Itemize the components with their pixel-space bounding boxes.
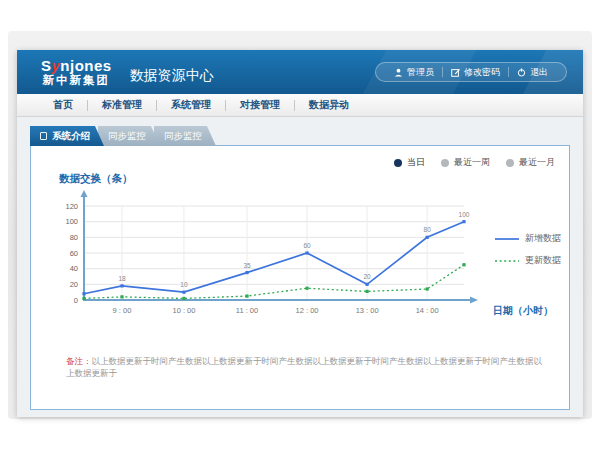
point-label: 60 xyxy=(303,242,311,249)
logout-label: 退出 xyxy=(530,66,548,79)
data-point xyxy=(305,287,308,290)
y-tick-label: 20 xyxy=(70,280,78,289)
app-window: Synjones 新中新集团 数据资源中心 管理员 修改密码 退出 首页 标准管… xyxy=(17,50,583,417)
data-point xyxy=(245,294,248,297)
brand-name: Synjones xyxy=(41,58,112,74)
y-axis-arrow xyxy=(81,190,88,197)
data-point xyxy=(305,251,308,254)
data-point xyxy=(426,287,429,290)
data-point xyxy=(366,290,369,293)
y-tick-label: 40 xyxy=(70,264,78,273)
change-password-label: 修改密码 xyxy=(464,66,500,79)
legend-label: 新增数据 xyxy=(525,232,561,245)
x-tick-label: 10 : 00 xyxy=(172,306,195,315)
admin-user-label: 管理员 xyxy=(407,66,434,79)
nav-item-interface-mgmt[interactable]: 对接管理 xyxy=(226,98,294,112)
data-point xyxy=(462,263,465,266)
point-label: 10 xyxy=(180,281,188,288)
main-nav: 首页 标准管理 系统管理 对接管理 数据异动 xyxy=(17,94,583,117)
tab-sync-monitor-1[interactable]: 同步监控 xyxy=(98,126,160,146)
data-point xyxy=(182,291,185,294)
legend-item: 更新数据 xyxy=(495,254,561,267)
point-label: 35 xyxy=(243,262,251,269)
data-point xyxy=(366,283,369,286)
x-tick-label: 11 : 00 xyxy=(236,306,258,315)
chart-legend: 新增数据更新数据 xyxy=(495,232,561,267)
company-logo: Synjones 新中新集团 xyxy=(41,58,112,86)
series-line-更新数据 xyxy=(84,265,464,299)
point-label: 18 xyxy=(118,275,126,282)
x-tick-label: 14 : 00 xyxy=(416,306,439,315)
document-icon xyxy=(40,132,47,140)
data-point xyxy=(82,297,85,300)
footnote-text: 以上数据更新于时间产生数据以上数据更新于时间产生数据以上数据更新于时间产生数据以… xyxy=(66,356,542,378)
tab-label: 同步监控 xyxy=(164,130,202,143)
legend-line-sample xyxy=(495,235,519,243)
data-point xyxy=(245,271,248,274)
logout-button[interactable]: 退出 xyxy=(509,66,556,79)
period-option-last-week[interactable]: 最近一周 xyxy=(441,156,490,169)
point-label: 20 xyxy=(363,273,371,280)
chart-panel: 当日 最近一周 最近一月 数据交换（条） 0204060801001209 : … xyxy=(30,145,570,410)
point-label: 100 xyxy=(459,211,470,218)
tab-sync-monitor-2[interactable]: 同步监控 xyxy=(154,126,216,146)
brand-subtitle: 新中新集团 xyxy=(41,74,112,86)
x-axis-arrow xyxy=(470,297,478,304)
tab-label: 同步监控 xyxy=(108,130,146,143)
x-tick-label: 9 : 00 xyxy=(113,306,132,315)
point-label: 80 xyxy=(424,226,432,233)
nav-item-home[interactable]: 首页 xyxy=(39,98,87,112)
radio-icon xyxy=(506,159,514,167)
app-header: Synjones 新中新集团 数据资源中心 管理员 修改密码 退出 xyxy=(17,50,583,94)
x-tick-label: 12 : 00 xyxy=(296,306,319,315)
nav-item-standard-mgmt[interactable]: 标准管理 xyxy=(88,98,156,112)
footnote-prefix: 备注： xyxy=(66,356,92,366)
tab-system-intro[interactable]: 系统介绍 xyxy=(30,126,104,146)
radio-icon xyxy=(441,159,449,167)
change-password-button[interactable]: 修改密码 xyxy=(443,66,508,79)
tab-label: 系统介绍 xyxy=(52,130,90,143)
series-line-新增数据 xyxy=(84,222,464,294)
y-tick-label: 60 xyxy=(70,249,78,258)
period-option-last-month[interactable]: 最近一月 xyxy=(506,156,555,169)
edit-icon xyxy=(451,68,460,77)
tab-bar: 系统介绍 同步监控 同步监控 xyxy=(30,126,210,146)
nav-item-system-mgmt[interactable]: 系统管理 xyxy=(157,98,225,112)
data-point xyxy=(120,284,123,287)
data-point xyxy=(120,295,123,298)
period-option-today[interactable]: 当日 xyxy=(394,156,425,169)
line-chart: 0204060801001209 : 0010 : 0011 : 0012 : … xyxy=(49,188,509,330)
content-area: 系统介绍 同步监控 同步监控 当日 最近一周 xyxy=(17,117,583,417)
footnote: 备注：以上数据更新于时间产生数据以上数据更新于时间产生数据以上数据更新于时间产生… xyxy=(66,356,549,380)
y-axis-title: 数据交换（条） xyxy=(59,172,133,186)
x-tick-label: 13 : 00 xyxy=(356,306,379,315)
user-icon xyxy=(394,68,403,77)
period-label: 最近一周 xyxy=(454,156,490,169)
power-icon xyxy=(517,68,526,77)
period-radio-group: 当日 最近一周 最近一月 xyxy=(394,156,555,169)
period-label: 最近一月 xyxy=(519,156,555,169)
admin-user-button[interactable]: 管理员 xyxy=(386,66,442,79)
data-point xyxy=(182,297,185,300)
legend-line-sample xyxy=(495,257,519,265)
page-title: 数据资源中心 xyxy=(130,67,214,85)
y-tick-label: 80 xyxy=(70,233,78,242)
data-point xyxy=(426,236,429,239)
y-tick-label: 120 xyxy=(65,202,78,211)
legend-item: 新增数据 xyxy=(495,232,561,245)
user-toolbar: 管理员 修改密码 退出 xyxy=(375,62,567,82)
data-point xyxy=(82,292,85,295)
period-label: 当日 xyxy=(407,156,425,169)
y-tick-label: 100 xyxy=(65,217,78,226)
nav-item-data-change[interactable]: 数据异动 xyxy=(295,98,363,112)
legend-label: 更新数据 xyxy=(525,254,561,267)
y-tick-label: 0 xyxy=(74,296,78,305)
radio-icon xyxy=(394,159,402,167)
data-point xyxy=(462,220,465,223)
x-axis-title: 日期（小时） xyxy=(493,304,553,318)
